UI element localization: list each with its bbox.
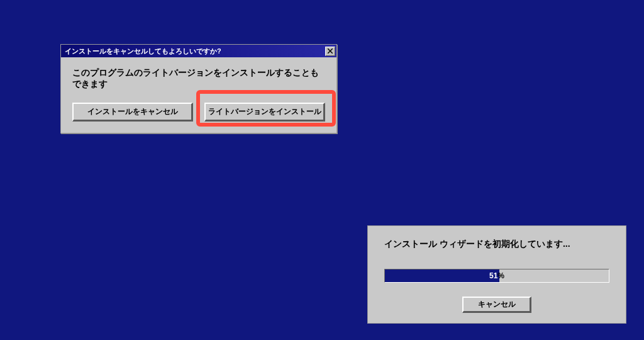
progress-body: インストール ウィザードを初期化しています... 51% キャンセル: [368, 226, 626, 323]
button-row: インストールをキャンセル ライトバージョンをインストール: [72, 103, 325, 122]
dialog-body: このプログラムのライトバージョンをインストールすることもできます インストールを…: [61, 57, 336, 133]
progress-dialog: インストール ウィザードを初期化しています... 51% キャンセル: [367, 225, 626, 324]
dialog-titlebar: インストールをキャンセルしてもよろしいですか?: [61, 45, 336, 57]
close-icon[interactable]: [325, 47, 335, 56]
progress-percent-label: 51%: [385, 269, 609, 282]
progress-cancel-button[interactable]: キャンセル: [462, 297, 531, 313]
progress-bar: 51%: [384, 269, 609, 283]
dialog-message: このプログラムのライトバージョンをインストールすることもできます: [72, 67, 325, 90]
cancel-install-button[interactable]: インストールをキャンセル: [72, 103, 193, 122]
cancel-row: キャンセル: [384, 297, 609, 313]
dialog-title: インストールをキャンセルしてもよろしいですか?: [65, 47, 221, 56]
progress-title: インストール ウィザードを初期化しています...: [384, 239, 609, 250]
cancel-confirm-dialog: インストールをキャンセルしてもよろしいですか? このプログラムのライトバージョン…: [60, 44, 337, 133]
install-lite-button[interactable]: ライトバージョンをインストール: [204, 103, 325, 122]
